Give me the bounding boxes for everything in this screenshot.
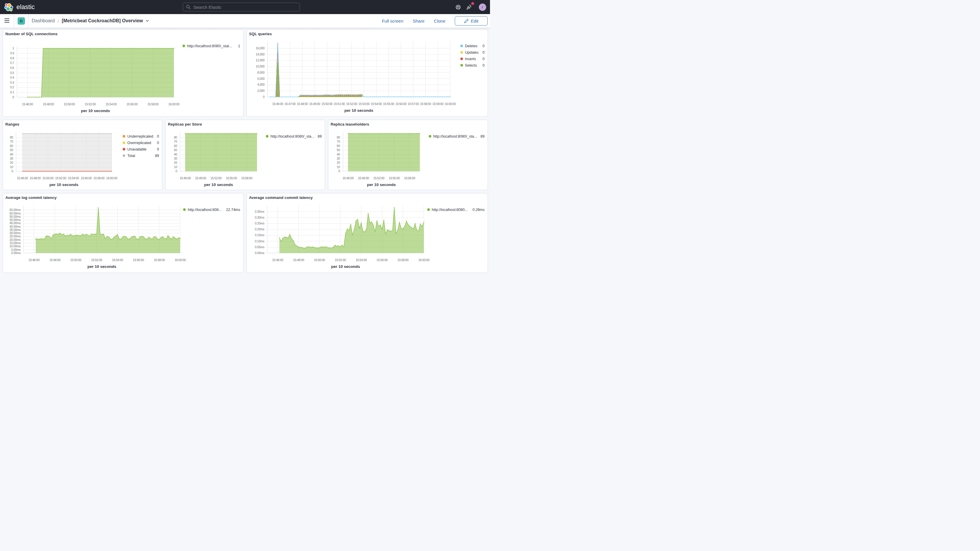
panel-number-of-sql-connections[interactable]: Number of SQL connections00.10.20.30.40.… (3, 29, 243, 117)
page-title[interactable]: [Metricbeat CockroachDB] Overview (62, 18, 143, 24)
kibana-dashboard-app: elastic Search Elastic (0, 0, 490, 276)
header-left: elastic (0, 2, 176, 12)
x-tick-label: 15:48:00 (43, 102, 54, 106)
y-tick-label: 8,000 (257, 71, 264, 74)
breadcrumb-dashboard-link[interactable]: Dashboard (32, 18, 54, 24)
panel-average-log-commit-latency[interactable]: Average log commit latency0.00ms5.00ms10… (3, 193, 243, 273)
x-tick-label: 15:54:00 (356, 258, 367, 261)
x-tick-label: 15:56:00 (395, 102, 406, 105)
brand-wordmark: elastic (16, 3, 35, 11)
y-tick-label: 20 (174, 161, 177, 164)
whats-new-button[interactable] (464, 0, 475, 14)
x-tick-label: 15:50:00 (43, 177, 54, 180)
x-tick-label: 15:52:00 (346, 102, 357, 105)
legend-series-label: Selects (465, 64, 477, 67)
x-tick-label: 16:00:00 (444, 102, 456, 105)
legend-item[interactable]: http://localhost:8080/_stat...1 (183, 43, 240, 49)
global-search-input[interactable]: Search Elastic (183, 3, 300, 11)
legend-item[interactable]: Selects0 (460, 62, 485, 68)
legend-series-label: http://localhost:8080... (432, 208, 468, 212)
y-tick-label: 10 (174, 165, 177, 169)
y-tick-label: 60 (10, 144, 13, 147)
legend-item[interactable]: Overreplicated0 (123, 140, 159, 146)
legend-series-dot (460, 57, 463, 60)
chevron-down-icon[interactable] (145, 19, 150, 23)
chart-area: 0.00ms0.05ms0.10ms0.15ms0.20ms0.25ms0.30… (247, 193, 488, 274)
share-button[interactable]: Share (413, 19, 425, 24)
y-tick-label: 20 (337, 161, 340, 164)
x-tick-label: 15:58:00 (420, 102, 431, 105)
y-tick-label: 40 (174, 153, 177, 156)
y-tick-label: 0.1 (10, 91, 14, 94)
x-tick-label: 15:52:00 (335, 258, 346, 261)
x-tick-label: 15:54:00 (371, 102, 382, 105)
y-tick-label: 0 (175, 170, 177, 173)
x-tick-label: 15:48:00 (49, 258, 60, 261)
dashboard-app-badge[interactable]: D (18, 17, 25, 25)
legend-series-label: Underreplicated (127, 134, 153, 139)
legend-series-value: 1 (237, 44, 240, 48)
y-tick-label: 0.10ms (255, 239, 264, 243)
y-tick-label: 10.00ms (10, 245, 21, 248)
x-axis-title: per 10 seconds (331, 264, 360, 268)
panel-replica-leaseholders[interactable]: Replica leaseholders0102030405060708015:… (328, 120, 488, 190)
full-screen-button[interactable]: Full screen (382, 19, 403, 24)
legend-item[interactable]: Unavailable0 (123, 146, 159, 153)
x-tick-label: 15:57:00 (407, 102, 419, 105)
legend-series-value: 0 (481, 64, 485, 67)
chart-legend: http://localhost:808...22.74ms (183, 207, 240, 213)
clone-button[interactable]: Clone (434, 19, 445, 24)
y-tick-label: 60 (337, 144, 340, 147)
legend-item[interactable]: Updates0 (460, 49, 485, 56)
x-tick-label: 15:58:00 (147, 102, 158, 106)
edit-button[interactable]: Edit (455, 16, 488, 25)
pencil-icon (464, 19, 469, 23)
legend-item[interactable]: http://localhost:808...22.74ms (183, 207, 240, 213)
legend-item[interactable]: Total89 (123, 153, 159, 159)
y-tick-label: 1 (13, 47, 14, 50)
y-tick-label: 0.15ms (255, 234, 264, 237)
y-tick-label: 50 (174, 148, 177, 152)
x-tick-label: 15:49:00 (309, 102, 320, 105)
y-tick-label: 0.8 (10, 56, 14, 60)
divider (14, 14, 14, 27)
chart-legend: http://localhost:8080/_sta...89 (266, 133, 322, 140)
legend-series-dot (183, 208, 186, 211)
panel-average-command-commit-latency[interactable]: Average command commit latency0.00ms0.05… (247, 193, 488, 273)
toolbar-actions: Full screen Share Clone Edit (382, 14, 490, 27)
avatar[interactable]: r (479, 3, 486, 11)
legend-item[interactable]: Inserts0 (460, 56, 485, 62)
x-tick-label: 15:53:00 (358, 102, 369, 105)
x-tick-label: 15:58:00 (241, 177, 252, 180)
y-tick-label: 40.00ms (10, 225, 21, 228)
panel-replicas-per-store[interactable]: Replicas per Store0102030405060708015:46… (165, 120, 325, 190)
x-tick-label: 15:46:00 (180, 177, 191, 180)
x-tick-label: 15:55:00 (383, 102, 394, 105)
legend-series-value: 0 (481, 51, 485, 54)
panel-ranges[interactable]: Ranges0102030405060708015:46:0015:48:001… (3, 120, 162, 190)
legend-item[interactable]: http://localhost:8080/_sta...89 (266, 133, 322, 140)
legend-series-value: 22.74ms (224, 208, 240, 212)
menu-hamburger-icon[interactable] (5, 19, 10, 24)
legend-item[interactable]: Underreplicated0 (123, 133, 159, 140)
legend-item[interactable]: Deletes0 (460, 43, 485, 49)
y-tick-label: 0.7 (10, 61, 14, 65)
legend-item[interactable]: http://localhost:8080...0.26ms (427, 207, 485, 213)
x-tick-label: 15:50:00 (70, 258, 81, 261)
party-popper-icon (466, 4, 473, 10)
y-tick-label: 0.20ms (255, 228, 264, 231)
y-tick-label: 30 (174, 157, 177, 160)
x-tick-label: 15:58:00 (397, 258, 409, 261)
help-menu-button[interactable] (452, 0, 464, 14)
x-tick-label: 15:58:00 (154, 258, 165, 261)
legend-series-value: 0 (155, 134, 159, 139)
panel-sql-queries[interactable]: SQL queries02,0004,0006,0008,00010,00012… (247, 29, 488, 117)
y-tick-label: 50 (337, 148, 340, 152)
legend-item[interactable]: http://localhost:8080/_sta...89 (429, 133, 485, 140)
legend-series-dot (460, 64, 463, 67)
x-tick-label: 15:47:00 (284, 102, 296, 105)
elastic-logo-icon[interactable] (4, 2, 13, 12)
search-icon (186, 5, 191, 10)
y-tick-label: 6,000 (257, 77, 264, 80)
x-tick-label: 15:46:00 (17, 177, 28, 180)
